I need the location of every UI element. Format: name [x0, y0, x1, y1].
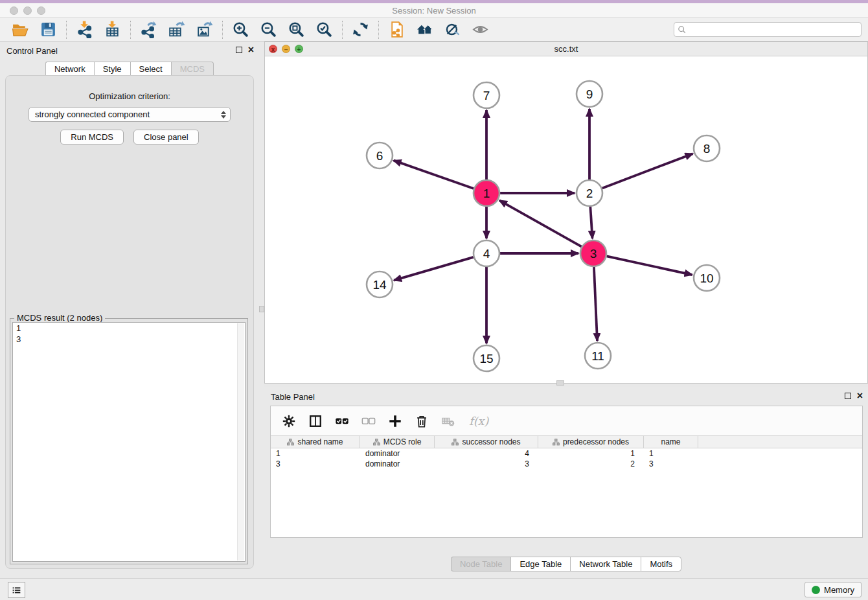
panel-divider[interactable] [259, 41, 264, 578]
node-8[interactable]: 8 [694, 135, 720, 161]
table-cell[interactable]: dominator [360, 459, 435, 469]
network-titlebar[interactable]: x – + scc.txt [265, 42, 867, 56]
table-panel-close-icon[interactable]: × [857, 392, 863, 400]
control-panel-float-icon[interactable] [236, 47, 242, 53]
mcds-result-title: MCDS result (2 nodes) [14, 313, 105, 323]
table-cell[interactable]: 3 [644, 459, 698, 469]
edge-3-11[interactable] [594, 267, 597, 341]
memory-button[interactable]: Memory [805, 582, 862, 597]
tab-network-table[interactable]: Network Table [570, 557, 641, 571]
edge-2-8[interactable] [602, 154, 693, 188]
table-cell[interactable]: 4 [435, 448, 538, 459]
column-header-mcds-role[interactable]: MCDS role [360, 436, 435, 448]
table-row[interactable]: 3dominator323 [271, 459, 862, 469]
network-graph[interactable]: 7968124314101511 [265, 57, 867, 384]
network-file-button[interactable] [383, 19, 411, 40]
export-table-icon [168, 21, 185, 38]
mcds-result-group: MCDS result (2 nodes) 13 [10, 318, 248, 564]
horizontal-divider-grip[interactable] [556, 380, 564, 386]
export-table-button[interactable] [163, 19, 190, 40]
table-cell[interactable]: 1 [538, 448, 644, 459]
import-table-button[interactable] [98, 19, 126, 40]
edge-2-3[interactable] [590, 207, 592, 238]
plus-icon [388, 414, 402, 428]
import-network-button[interactable] [71, 19, 98, 40]
node-6[interactable]: 6 [367, 143, 393, 168]
table-columns-button[interactable] [308, 413, 323, 429]
select-all-icon [335, 414, 349, 428]
home-icon [416, 21, 433, 38]
column-header-predecessor-nodes[interactable]: predecessor nodes [538, 436, 644, 448]
node-9[interactable]: 9 [577, 81, 602, 107]
deselect-all-button[interactable] [361, 413, 376, 429]
table-cell[interactable]: dominator [360, 448, 435, 459]
tab-select[interactable]: Select [130, 62, 171, 76]
add-row-button[interactable] [387, 413, 403, 429]
edge-1-6[interactable] [394, 161, 474, 189]
control-panel: Control Panel × NetworkStyleSelectMCDS O… [0, 41, 259, 578]
show-visual-button[interactable] [466, 19, 494, 40]
node-15[interactable]: 15 [474, 345, 499, 371]
tab-node-table[interactable]: Node Table [451, 557, 511, 571]
zoom-fit-button[interactable] [282, 19, 310, 40]
table-settings-button[interactable] [281, 413, 297, 429]
table-cell[interactable]: 2 [538, 459, 644, 469]
hide-visual-button[interactable] [439, 19, 466, 40]
node-3[interactable]: 3 [580, 240, 606, 266]
zoom-selected-button[interactable] [310, 19, 338, 40]
node-10[interactable]: 10 [694, 265, 720, 291]
table-panel-header: Table Panel × [264, 390, 868, 404]
hide-visual-icon [444, 21, 461, 38]
home-button[interactable] [411, 19, 439, 40]
delete-row-button[interactable] [414, 413, 429, 429]
table-cell[interactable]: 1 [644, 448, 698, 459]
close-panel-button[interactable]: Close panel [133, 130, 199, 144]
tab-motifs[interactable]: Motifs [641, 557, 681, 571]
result-scrollbar[interactable] [237, 323, 244, 560]
mcds-result-box[interactable]: 13 [12, 322, 246, 562]
tab-style[interactable]: Style [94, 62, 130, 76]
select-all-button[interactable] [334, 413, 350, 429]
optimization-criterion-select[interactable]: strongly connected component [29, 107, 231, 122]
table-row[interactable]: 1dominator411 [271, 448, 862, 459]
apply-layout-button[interactable] [347, 19, 374, 40]
edge-3-10[interactable] [607, 256, 692, 275]
zoom-in-button[interactable] [227, 19, 255, 40]
export-network-button[interactable] [135, 19, 163, 40]
control-panel-close-icon[interactable]: × [248, 46, 254, 54]
node-4[interactable]: 4 [474, 240, 499, 266]
save-session-button[interactable] [34, 19, 62, 40]
node-label: 1 [483, 187, 490, 200]
import-table-icon [104, 21, 121, 38]
node-7[interactable]: 7 [474, 82, 499, 108]
edge-4-14[interactable] [394, 257, 474, 281]
export-image-button[interactable] [190, 19, 218, 40]
run-mcds-button[interactable]: Run MCDS [60, 130, 124, 144]
table-cell[interactable]: 3 [435, 459, 538, 469]
search-input[interactable] [689, 24, 858, 36]
column-header-name[interactable]: name [644, 436, 698, 448]
network-canvas[interactable]: 7968124314101511 [265, 57, 867, 383]
node-1[interactable]: 1 [474, 180, 499, 206]
svg-text:f(x): f(x) [469, 414, 489, 427]
open-session-button[interactable] [6, 19, 34, 40]
tab-mcds[interactable]: MCDS [171, 62, 214, 76]
trash-icon [415, 414, 429, 428]
search-box[interactable] [674, 22, 862, 37]
column-header-successor-nodes[interactable]: successor nodes [435, 436, 538, 448]
edge-3-1[interactable] [499, 200, 582, 246]
divider-grip[interactable] [259, 306, 264, 312]
node-11[interactable]: 11 [585, 343, 611, 369]
task-history-button[interactable] [8, 582, 25, 598]
table-panel-float-icon[interactable] [845, 393, 851, 399]
table-cell[interactable]: 3 [271, 459, 360, 469]
tab-network[interactable]: Network [45, 62, 94, 76]
toolbar-separator [66, 21, 67, 39]
column-header-shared-name[interactable]: shared name [271, 436, 360, 448]
zoom-out-button[interactable] [255, 19, 282, 40]
node-2[interactable]: 2 [577, 180, 602, 206]
tab-edge-table[interactable]: Edge Table [510, 557, 570, 571]
node-14[interactable]: 14 [367, 271, 393, 297]
table-cell[interactable]: 1 [271, 448, 360, 459]
column-label: MCDS role [383, 437, 422, 446]
